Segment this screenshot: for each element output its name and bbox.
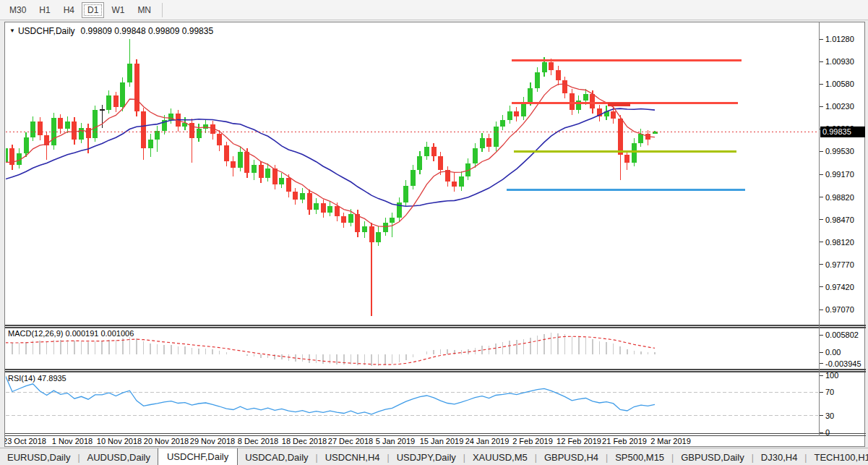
svg-text:0.98820: 0.98820	[825, 193, 854, 202]
chart-window: 1.012801.009301.005801.002300.998800.995…	[4, 22, 865, 447]
tab-dj30-h4[interactable]: DJ30,H4	[754, 450, 805, 465]
timeframe-button-d1[interactable]: D1	[82, 2, 104, 18]
svg-text:1 Nov 2018: 1 Nov 2018	[52, 437, 93, 445]
chart-menu-icon[interactable]: ▼	[9, 27, 15, 34]
svg-text:18 Dec 2018: 18 Dec 2018	[282, 437, 327, 445]
svg-text:2 Feb 2019: 2 Feb 2019	[512, 437, 553, 445]
svg-text:5 Jan 2019: 5 Jan 2019	[376, 437, 415, 445]
svg-text:0.00: 0.00	[825, 348, 841, 357]
svg-text:0.99835: 0.99835	[822, 127, 851, 136]
tab-gbpusd-h4[interactable]: GBPUSD,H4	[537, 450, 606, 465]
svg-text:0: 0	[825, 428, 830, 437]
timeframe-button-m30[interactable]: M30	[4, 2, 32, 18]
timeframe-button-w1[interactable]: W1	[106, 2, 130, 18]
svg-text:0.97420: 0.97420	[825, 283, 854, 291]
svg-text:10 Nov 2018: 10 Nov 2018	[97, 437, 142, 445]
svg-text:20 Nov 2018: 20 Nov 2018	[144, 437, 189, 445]
rsi-value: 47.8935	[38, 374, 66, 383]
svg-text:0.97070: 0.97070	[825, 305, 854, 314]
svg-text:12 Feb 2019: 12 Feb 2019	[557, 437, 601, 445]
svg-text:0.98120: 0.98120	[825, 238, 854, 247]
svg-text:24 Jan 2019: 24 Jan 2019	[465, 437, 510, 445]
macd-name: MACD(12,26,9)	[8, 329, 63, 338]
svg-text:0.99530: 0.99530	[825, 147, 854, 155]
chart-symbol-label: USDCHF,Daily	[18, 26, 75, 36]
svg-text:23 Oct 2018: 23 Oct 2018	[5, 437, 46, 445]
timeframe-button-mn[interactable]: MN	[132, 2, 157, 18]
rsi-pane	[5, 376, 818, 416]
svg-text:1.00230: 1.00230	[825, 102, 854, 111]
macd-pane	[5, 333, 655, 366]
tab-usdchf-daily[interactable]: USDCHF,Daily	[158, 448, 238, 465]
toolbar-separator	[162, 3, 163, 17]
svg-text:30: 30	[825, 411, 834, 420]
tab-sp500-m15[interactable]: SP500,M15	[608, 450, 671, 465]
svg-text:1.00580: 1.00580	[825, 80, 854, 88]
svg-text:0.99170: 0.99170	[825, 170, 854, 179]
timeframe-button-h1[interactable]: H1	[33, 2, 56, 18]
svg-text:0.98470: 0.98470	[825, 216, 854, 224]
tab-eurusd-daily[interactable]: EURUSD,Daily	[0, 450, 77, 465]
chart-ohlc-values: 0.99809 0.99848 0.99809 0.99835	[81, 26, 214, 36]
chart-tab-bar: EURUSD,Daily|AUDUSD,DailyUSDCHF,DailyUSD…	[0, 448, 868, 465]
tab-gbpusd-daily[interactable]: GBPUSD,Daily	[674, 450, 751, 465]
svg-text:-0.003945: -0.003945	[825, 359, 861, 368]
svg-text:27 Dec 2018: 27 Dec 2018	[328, 437, 373, 445]
svg-text:1.00930: 1.00930	[825, 57, 854, 66]
tab-usdcad-daily[interactable]: USDCAD,Daily	[238, 450, 315, 465]
tab-xauusd-m5[interactable]: XAUUSD,M5	[465, 450, 535, 465]
chart-title: ▼USDCHF,Daily0.99809 0.99848 0.99809 0.9…	[9, 26, 213, 36]
tab-usdjpy-daily[interactable]: USDJPY,Daily	[390, 450, 463, 465]
svg-text:70: 70	[825, 388, 834, 396]
tab-audusd-daily[interactable]: AUDUSD,Daily	[80, 450, 158, 465]
svg-text:2 Mar 2019: 2 Mar 2019	[650, 437, 691, 445]
price-pane	[5, 39, 818, 316]
svg-text:29 Nov 2018: 29 Nov 2018	[190, 437, 235, 445]
svg-text:15 Jan 2019: 15 Jan 2019	[420, 437, 464, 445]
svg-text:8 Dec 2018: 8 Dec 2018	[238, 437, 278, 445]
svg-text:21 Feb 2019: 21 Feb 2019	[602, 437, 647, 445]
rsi-indicator-label: RSI(14) 47.8935	[8, 374, 66, 383]
macd-values: 0.000191 0.001006	[65, 329, 134, 338]
timeframe-button-h4[interactable]: H4	[58, 2, 80, 18]
macd-indicator-label: MACD(12,26,9) 0.000191 0.001006	[8, 329, 134, 338]
svg-text:100: 100	[825, 371, 838, 380]
svg-text:0.005802: 0.005802	[825, 330, 859, 339]
tab-usdcnh-h4[interactable]: USDCNH,H4	[318, 450, 387, 465]
rsi-name: RSI(14)	[8, 374, 35, 383]
tab-tech100-h1[interactable]: TECH100,H1	[807, 450, 868, 465]
chart-canvas: 1.012801.009301.005801.002300.998800.995…	[5, 22, 866, 448]
svg-text:0.97770: 0.97770	[825, 260, 854, 269]
timeframe-toolbar: M30H1H4D1W1MN	[0, 0, 868, 20]
svg-text:1.01280: 1.01280	[825, 35, 854, 43]
